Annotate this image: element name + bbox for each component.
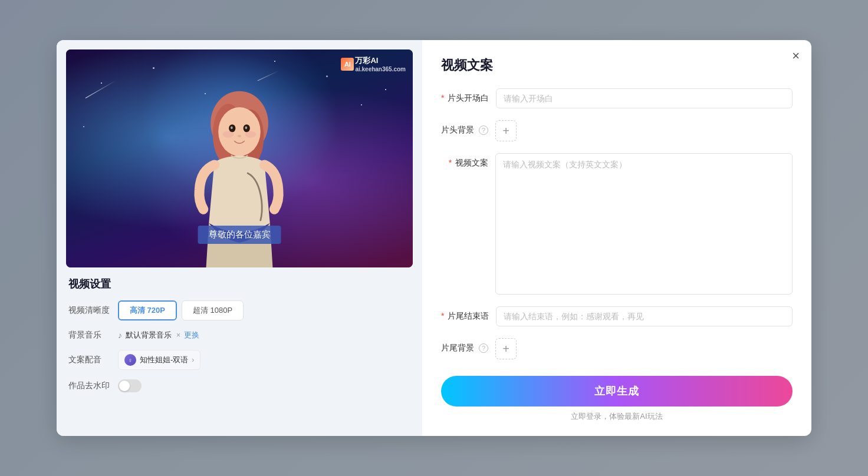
header-bg-add-button[interactable]: + <box>495 120 517 141</box>
video-copy-textarea[interactable] <box>495 153 793 295</box>
svg-point-3 <box>218 107 261 156</box>
quality-label: 视频清晰度 <box>68 305 111 316</box>
footer-bg-field-row: 片尾背景 ? + <box>441 338 793 359</box>
video-subtitle: 尊敬的各位嘉宾 <box>198 226 281 244</box>
music-label: 背景音乐 <box>68 330 111 341</box>
voice-setting-row: 文案配音 ♀ 知性姐姐-双语 › <box>68 350 410 370</box>
generate-button[interactable]: 立即生成 <box>441 376 793 406</box>
music-control: ♪ 默认背景音乐 × 更换 <box>118 330 199 341</box>
footer-bg-add-button[interactable]: + <box>495 338 517 359</box>
watermark-label: 作品去水印 <box>68 381 111 391</box>
ending-label: * 片尾结束语 <box>441 306 489 322</box>
music-note-icon: ♪ <box>118 330 122 340</box>
opening-required-star: * <box>441 93 444 103</box>
toggle-knob <box>119 381 130 391</box>
opening-input[interactable] <box>496 88 793 108</box>
svg-point-8 <box>223 131 234 137</box>
opening-field-row: * 片头开场白 <box>441 88 793 108</box>
header-bg-help-icon[interactable]: ? <box>479 125 488 135</box>
video-copy-field-row: * 视频文案 <box>441 153 793 295</box>
quality-buttons: 高清 720P 超清 1080P <box>118 300 244 320</box>
voice-name: 知性姐姐-双语 <box>140 355 188 365</box>
video-watermark: AI 万彩AI ai.keehan365.com <box>341 55 406 72</box>
svg-point-10 <box>238 135 241 137</box>
ending-field-row: * 片尾结束语 <box>441 306 793 326</box>
video-copy-required-star: * <box>449 158 452 167</box>
watermark-setting-row: 作品去水印 <box>68 379 410 392</box>
login-hint: 立即登录，体验最新AI玩法 <box>441 411 793 422</box>
ending-input[interactable] <box>496 306 793 326</box>
opening-label: * 片头开场白 <box>441 88 489 104</box>
right-panel: × 视频文案 * 片头开场白 片头背景 ? + <box>422 40 811 436</box>
ending-required-star: * <box>441 311 444 320</box>
music-change-button[interactable]: 更换 <box>184 330 199 341</box>
music-setting-row: 背景音乐 ♪ 默认背景音乐 × 更换 <box>68 330 410 341</box>
quality-720p-button[interactable]: 高清 720P <box>118 300 177 320</box>
panel-title: 视频文案 <box>441 57 793 74</box>
footer-bg-help-icon[interactable]: ? <box>479 343 488 353</box>
voice-chevron-icon: › <box>192 356 194 364</box>
watermark-toggle <box>118 379 142 392</box>
quality-setting-row: 视频清晰度 高清 720P 超清 1080P <box>68 300 410 320</box>
quality-1080p-button[interactable]: 超清 1080P <box>182 300 244 320</box>
left-panel: AI 万彩AI ai.keehan365.com <box>57 40 422 436</box>
modal-overlay: AI 万彩AI ai.keehan365.com <box>0 0 868 476</box>
header-bg-label: 片头背景 ? <box>441 120 488 135</box>
video-copy-label: * 视频文案 <box>441 153 488 168</box>
svg-point-9 <box>245 131 256 137</box>
video-preview: AI 万彩AI ai.keehan365.com <box>66 49 413 267</box>
voice-select-button[interactable]: ♀ 知性姐姐-双语 › <box>118 350 200 370</box>
header-bg-field-row: 片头背景 ? + <box>441 120 793 141</box>
watermark-logo-icon: AI <box>341 58 354 71</box>
watermark-brand: 万彩AI <box>355 56 378 65</box>
voice-label: 文案配音 <box>68 355 111 365</box>
watermark-url: ai.keehan365.com <box>355 66 406 72</box>
footer-bg-label: 片尾背景 ? <box>441 338 488 353</box>
voice-avatar-icon: ♀ <box>124 354 136 366</box>
modal-container: AI 万彩AI ai.keehan365.com <box>57 40 811 436</box>
close-button[interactable]: × <box>792 49 800 62</box>
music-name: 默认背景音乐 <box>126 330 172 341</box>
watermark-toggle-switch[interactable] <box>118 379 142 392</box>
svg-point-7 <box>245 126 247 129</box>
music-remove-button[interactable]: × <box>176 331 180 339</box>
settings-title: 视频设置 <box>68 277 410 291</box>
video-settings-section: 视频设置 视频清晰度 高清 720P 超清 1080P 背景音乐 ♪ 默认背景音… <box>66 277 413 392</box>
svg-point-6 <box>231 126 233 129</box>
